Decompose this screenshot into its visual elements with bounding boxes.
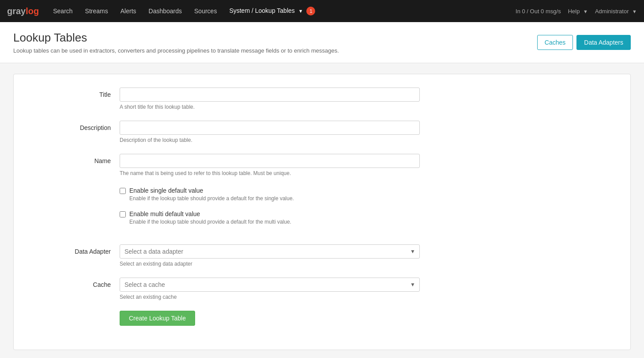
system-dropdown-caret: ▼ (298, 8, 303, 14)
create-lookup-table-button[interactable]: Create Lookup Table (120, 311, 195, 326)
nav-links: Search Streams Alerts Dashboards Sources… (48, 4, 516, 18)
cache-label: Cache (31, 278, 120, 288)
single-default-text: Enable single default value (129, 187, 203, 194)
cache-select[interactable]: Select a cache (120, 278, 420, 292)
description-group: Description Description of the lookup ta… (31, 121, 613, 143)
form-card: Title A short title for this lookup tabl… (13, 74, 631, 350)
title-input[interactable] (120, 88, 420, 102)
data-adapters-button[interactable]: Data Adapters (576, 35, 631, 50)
cache-select-wrapper: Select a cache ▼ (120, 278, 420, 292)
title-help: A short title for this lookup table. (120, 104, 420, 110)
multi-default-label[interactable]: Enable multi default value (120, 210, 420, 217)
page-description: Lookup tables can be used in extractors,… (13, 47, 339, 54)
page-header: Lookup Tables Lookup tables can be used … (0, 22, 644, 63)
main-content: Title A short title for this lookup tabl… (0, 63, 644, 358)
name-field: The name that is being used to refer to … (120, 154, 420, 176)
nav-alerts[interactable]: Alerts (115, 5, 142, 17)
name-input[interactable] (120, 154, 420, 168)
help-caret: ▼ (583, 9, 588, 14)
page-title: Lookup Tables (13, 31, 339, 45)
single-default-help: Enable if the lookup table should provid… (129, 195, 420, 202)
nav-system[interactable]: System / Lookup Tables ▼ 1 (224, 4, 320, 18)
checkboxes-field: Enable single default value Enable if th… (120, 187, 420, 234)
checkboxes-group: Enable single default value Enable if th… (31, 187, 613, 234)
submit-spacer (31, 311, 120, 314)
in-out-stats: In 0 / Out 0 msg/s (516, 8, 561, 15)
data-adapter-select-wrapper: Select a data adapter ▼ (120, 244, 420, 259)
admin-caret: ▼ (632, 9, 637, 14)
cache-field: Select a cache ▼ Select an existing cach… (120, 278, 420, 300)
admin-menu[interactable]: Administrator ▼ (595, 8, 637, 15)
logo-log: log (26, 6, 39, 16)
nav-dashboards[interactable]: Dashboards (143, 5, 188, 17)
multi-default-text: Enable multi default value (129, 210, 200, 217)
multi-default-help: Enable if the lookup table should provid… (129, 219, 420, 225)
submit-field: Create Lookup Table (120, 311, 420, 326)
cache-group: Cache Select a cache ▼ Select an existin… (31, 278, 613, 300)
title-field: A short title for this lookup table. (120, 88, 420, 110)
description-input[interactable] (120, 121, 420, 135)
name-group: Name The name that is being used to refe… (31, 154, 613, 176)
brand: graylog (7, 6, 39, 16)
navbar: graylog Search Streams Alerts Dashboards… (0, 0, 644, 22)
submit-group: Create Lookup Table (31, 311, 613, 326)
checkbox-spacer (31, 187, 120, 190)
data-adapter-help: Select an existing data adapter (120, 261, 420, 267)
nav-search[interactable]: Search (48, 5, 78, 17)
nav-sources[interactable]: Sources (189, 5, 222, 17)
system-badge: 1 (306, 7, 315, 15)
name-label: Name (31, 154, 120, 164)
caches-button[interactable]: Caches (537, 35, 573, 50)
name-help: The name that is being used to refer to … (120, 170, 420, 176)
description-field: Description of the lookup table. (120, 121, 420, 143)
page-header-left: Lookup Tables Lookup tables can be used … (13, 31, 339, 54)
description-label: Description (31, 121, 120, 131)
title-group: Title A short title for this lookup tabl… (31, 88, 613, 110)
help-menu[interactable]: Help ▼ (568, 8, 588, 15)
multi-default-group: Enable multi default value Enable if the… (120, 210, 420, 225)
single-default-group: Enable single default value Enable if th… (120, 187, 420, 202)
data-adapter-label: Data Adapter (31, 244, 120, 255)
nav-right: In 0 / Out 0 msg/s Help ▼ Administrator … (516, 8, 637, 15)
title-label: Title (31, 88, 120, 98)
description-help: Description of the lookup table. (120, 137, 420, 143)
single-default-checkbox[interactable] (120, 188, 126, 194)
data-adapter-select[interactable]: Select a data adapter (120, 244, 420, 259)
nav-streams[interactable]: Streams (80, 5, 113, 17)
single-default-label[interactable]: Enable single default value (120, 187, 420, 194)
data-adapter-field: Select a data adapter ▼ Select an existi… (120, 244, 420, 267)
logo-gray: gray (7, 6, 26, 16)
cache-help: Select an existing cache (120, 294, 420, 300)
page-header-right: Caches Data Adapters (537, 35, 631, 50)
multi-default-checkbox[interactable] (120, 211, 126, 217)
data-adapter-group: Data Adapter Select a data adapter ▼ Sel… (31, 244, 613, 267)
